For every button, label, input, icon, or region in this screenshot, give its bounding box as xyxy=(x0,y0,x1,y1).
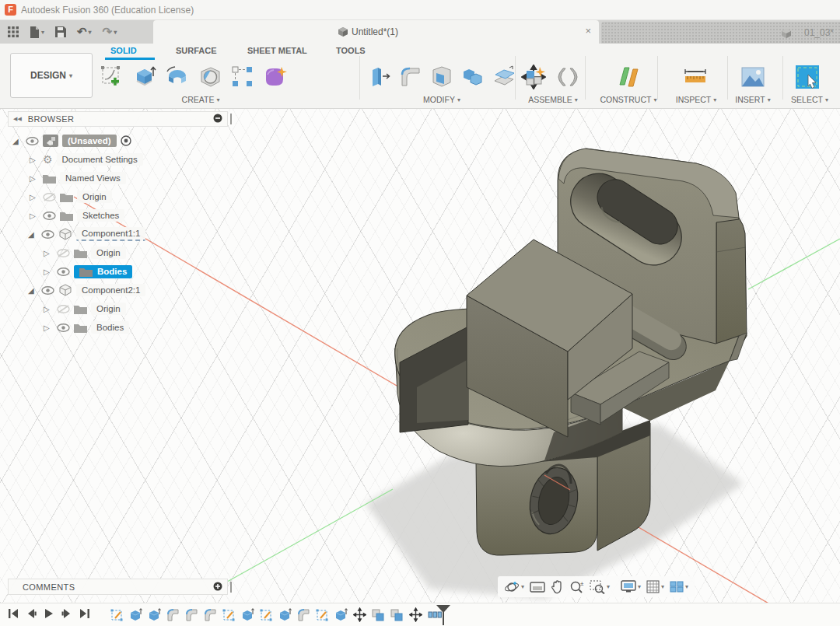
tree-row-named-views[interactable]: ▷ Named Views xyxy=(30,170,126,187)
root-document-label[interactable]: (Unsaved) xyxy=(62,135,117,147)
tab-surface[interactable]: SURFACE xyxy=(176,46,217,55)
timeline-feature-combine[interactable] xyxy=(372,607,385,622)
group-label-select[interactable]: SELECT▾ xyxy=(791,95,828,104)
step-forward-icon[interactable] xyxy=(61,608,72,619)
grid-settings-icon[interactable]: ▾ xyxy=(646,580,664,593)
step-back-icon[interactable] xyxy=(26,608,37,619)
timeline-position-marker[interactable] xyxy=(436,605,450,625)
zoom-icon[interactable]: ± xyxy=(569,580,584,594)
timeline-feature-sketch[interactable] xyxy=(260,607,273,622)
play-icon[interactable] xyxy=(44,608,54,619)
timeline-feature-combine[interactable] xyxy=(390,607,404,622)
visibility-off-eye-icon[interactable] xyxy=(57,305,70,313)
viewports-icon[interactable]: ▾ xyxy=(670,581,688,593)
timeline-feature-fillet[interactable] xyxy=(297,607,310,622)
orbit-icon[interactable]: ▾ xyxy=(504,580,524,594)
file-menu-caret[interactable]: ▾ xyxy=(41,29,44,36)
redo-icon[interactable]: ↷▾ xyxy=(103,25,117,39)
group-label-modify[interactable]: MODIFY▾ xyxy=(423,95,460,104)
timeline-feature-fillet[interactable] xyxy=(204,607,217,622)
expander-icon[interactable]: ◢ xyxy=(28,286,37,295)
3d-viewport[interactable] xyxy=(0,109,840,603)
group-label-create[interactable]: CREATE▾ xyxy=(182,95,220,104)
add-comment-icon[interactable] xyxy=(213,582,222,593)
tree-row-document-settings[interactable]: ▷ ⚙ Document Settings xyxy=(30,151,143,168)
visibility-eye-icon[interactable] xyxy=(26,137,39,145)
timeline-feature-sketch[interactable] xyxy=(316,607,329,622)
visibility-eye-icon[interactable] xyxy=(57,323,70,332)
active-document-tab[interactable]: Untitled*(1) × xyxy=(153,20,599,44)
expander-icon[interactable]: ▷ xyxy=(44,249,53,257)
group-label-inspect[interactable]: INSPECT▾ xyxy=(676,95,717,104)
insert-image-icon[interactable] xyxy=(739,62,767,92)
hide-panel-icon[interactable] xyxy=(213,114,222,124)
select-icon[interactable] xyxy=(793,62,821,92)
visibility-eye-icon[interactable] xyxy=(43,212,56,220)
go-to-start-icon[interactable] xyxy=(8,608,19,619)
collapse-panel-icon[interactable]: ◀◀ xyxy=(13,116,22,122)
activate-radio-icon[interactable] xyxy=(121,135,131,146)
group-label-construct[interactable]: CONSTRUCT▾ xyxy=(600,95,657,104)
pan-icon[interactable] xyxy=(551,580,564,594)
extrude-icon[interactable] xyxy=(131,62,159,92)
press-pull-icon[interactable] xyxy=(366,62,394,92)
create-form-icon[interactable] xyxy=(261,62,289,92)
joint-icon[interactable] xyxy=(554,62,582,92)
combine-icon[interactable] xyxy=(459,62,487,92)
construct-plane-icon[interactable] xyxy=(614,62,642,92)
revolve-icon[interactable] xyxy=(163,62,191,92)
panel-resize-grip[interactable] xyxy=(230,114,232,124)
look-at-icon[interactable] xyxy=(530,581,545,593)
timeline-feature-sketch[interactable] xyxy=(110,607,124,622)
expander-icon[interactable]: ▷ xyxy=(44,268,53,276)
tree-row-component2[interactable]: ◢ Component2:1 xyxy=(28,282,145,299)
redo-caret[interactable]: ▾ xyxy=(114,29,117,36)
expander-icon[interactable]: ▷ xyxy=(30,212,39,220)
timeline-feature-fillet[interactable] xyxy=(185,607,198,622)
tree-row-sketches[interactable]: ▷ Sketches xyxy=(30,207,124,224)
comments-panel-header[interactable]: COMMENTS xyxy=(8,579,228,595)
tree-row-component1-bodies[interactable]: ▷ Bodies xyxy=(44,263,132,280)
visibility-off-eye-icon[interactable] xyxy=(43,193,56,201)
selected-bodies-row[interactable]: Bodies xyxy=(74,265,132,278)
browser-panel-header[interactable]: ◀◀ BROWSER xyxy=(8,111,228,127)
tree-row-component2-bodies[interactable]: ▷ Bodies xyxy=(44,319,129,336)
expander-icon[interactable]: ◢ xyxy=(28,230,37,239)
tree-row-root[interactable]: ◢ (Unsaved) xyxy=(12,132,131,149)
timeline-feature-move[interactable] xyxy=(409,607,422,622)
panel-resize-grip[interactable] xyxy=(230,582,232,593)
timeline-feature-fillet[interactable] xyxy=(166,607,180,622)
expander-icon[interactable]: ▷ xyxy=(30,156,39,164)
expander-icon[interactable]: ▷ xyxy=(44,323,53,332)
fillet-icon[interactable] xyxy=(397,62,425,92)
tree-row-component1[interactable]: ◢ Component1:1 xyxy=(28,226,145,243)
sweep-icon[interactable] xyxy=(196,62,224,92)
tab-sheet-metal[interactable]: SHEET METAL xyxy=(247,46,307,55)
visibility-off-eye-icon[interactable] xyxy=(57,249,70,257)
app-grid-menu-icon[interactable] xyxy=(8,26,19,37)
tab-solid[interactable]: SOLID xyxy=(110,46,137,55)
display-settings-icon[interactable]: ▾ xyxy=(621,580,641,593)
expander-icon[interactable]: ◢ xyxy=(12,137,22,145)
timeline-feature-extrude[interactable] xyxy=(334,607,348,622)
timeline-feature-move[interactable] xyxy=(353,607,366,622)
group-label-assemble[interactable]: ASSEMBLE▾ xyxy=(528,95,578,104)
pattern-icon[interactable] xyxy=(229,62,257,92)
zoom-fit-icon[interactable]: ▾ xyxy=(590,580,610,594)
timeline-feature-extrude[interactable] xyxy=(278,607,292,622)
undo-caret[interactable]: ▾ xyxy=(89,29,92,36)
tree-row-component1-origin[interactable]: ▷ Origin xyxy=(44,244,126,261)
close-tab-icon[interactable]: × xyxy=(585,25,591,37)
group-label-insert[interactable]: INSERT▾ xyxy=(735,95,770,104)
visibility-eye-icon[interactable] xyxy=(41,286,54,295)
offset-plane-icon[interactable] xyxy=(490,62,518,92)
expander-icon[interactable]: ▷ xyxy=(44,305,53,313)
shell-icon[interactable] xyxy=(428,62,456,92)
expander-icon[interactable]: ▷ xyxy=(30,193,39,201)
tree-row-origin[interactable]: ▷ Origin xyxy=(30,188,112,205)
new-component-icon[interactable] xyxy=(523,62,551,92)
measure-icon[interactable] xyxy=(681,62,709,92)
tab-tools[interactable]: TOOLS xyxy=(336,46,366,55)
undo-icon[interactable]: ↶▾ xyxy=(77,25,92,39)
timeline-feature-extrude[interactable] xyxy=(129,607,142,622)
